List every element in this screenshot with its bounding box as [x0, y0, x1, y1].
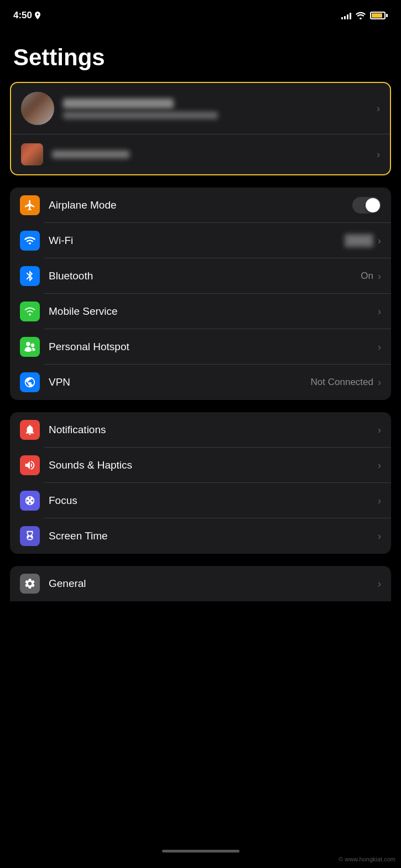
wifi-status-icon: [356, 12, 366, 19]
watermark: © www.hongkiat.com: [338, 856, 395, 862]
sounds-haptics-label: Sounds & Haptics: [49, 459, 378, 471]
personal-hotspot-label: Personal Hotspot: [49, 341, 378, 353]
bluetooth-chevron: ›: [378, 271, 381, 282]
settings-row-wifi[interactable]: Wi-Fi •••••• ›: [10, 223, 391, 258]
profile-sub-redacted: [63, 112, 218, 119]
bluetooth-icon: [20, 266, 40, 286]
airplane-mode-label: Airplane Mode: [49, 199, 348, 211]
airplane-mode-toggle[interactable]: [352, 197, 381, 214]
focus-icon: [20, 491, 40, 511]
avatar: [21, 92, 54, 125]
page-title: Settings: [0, 28, 401, 82]
status-bar: 4:50: [0, 0, 401, 28]
status-time: 4:50: [13, 10, 40, 21]
profile-card[interactable]: › ›: [10, 82, 391, 175]
wifi-icon: [20, 231, 40, 251]
general-label: General: [49, 578, 378, 590]
mobile-service-icon: [20, 302, 40, 321]
settings-row-focus[interactable]: Focus ›: [10, 483, 391, 518]
wifi-label: Wi-Fi: [49, 235, 345, 247]
time-display: 4:50: [13, 10, 32, 21]
settings-row-vpn[interactable]: VPN Not Connected ›: [10, 365, 391, 400]
settings-row-notifications[interactable]: Notifications ›: [10, 412, 391, 448]
airplane-icon: [20, 195, 40, 215]
settings-row-mobile-service[interactable]: Mobile Service ›: [10, 294, 391, 329]
settings-row-screen-time[interactable]: Screen Time ›: [10, 518, 391, 554]
personal-hotspot-chevron: ›: [378, 341, 381, 353]
battery-icon: [370, 12, 388, 19]
general-chevron: ›: [378, 578, 381, 590]
settings-row-bluetooth[interactable]: Bluetooth On ›: [10, 258, 391, 294]
vpn-value: Not Connected: [311, 377, 373, 388]
profile-main-row[interactable]: ›: [11, 83, 390, 134]
screen-time-label: Screen Time: [49, 530, 378, 542]
sounds-haptics-chevron: ›: [378, 460, 381, 471]
settings-row-sounds-haptics[interactable]: Sounds & Haptics ›: [10, 448, 391, 483]
bluetooth-value: On: [361, 271, 373, 282]
settings-row-personal-hotspot[interactable]: Personal Hotspot ›: [10, 329, 391, 365]
profile-sub-text: [52, 150, 377, 158]
home-bar: [162, 850, 239, 853]
notifications-chevron: ›: [378, 424, 381, 436]
vpn-icon: [20, 372, 40, 392]
settings-row-general[interactable]: General ›: [10, 566, 391, 601]
network-settings-group: Airplane Mode Wi-Fi •••••• › Bluetooth O…: [10, 188, 391, 400]
notifications-label: Notifications: [49, 424, 378, 436]
system-settings-group: Notifications › Sounds & Haptics › Focus…: [10, 412, 391, 554]
settings-row-airplane-mode[interactable]: Airplane Mode: [10, 188, 391, 223]
status-icons: [341, 12, 388, 19]
location-icon: [35, 12, 40, 19]
profile-text: [63, 98, 377, 119]
wifi-chevron: ›: [378, 235, 381, 247]
profile-sub-row[interactable]: ›: [11, 134, 390, 174]
vpn-label: VPN: [49, 376, 311, 388]
focus-chevron: ›: [378, 495, 381, 507]
sounds-haptics-icon: [20, 455, 40, 475]
vpn-chevron: ›: [378, 377, 381, 388]
mobile-service-chevron: ›: [378, 306, 381, 318]
chevron-icon: ›: [377, 103, 380, 115]
profile-name-redacted: [63, 98, 174, 108]
signal-icon: [341, 12, 351, 19]
profile-sub2-redacted: [52, 150, 129, 158]
chevron-icon-2: ›: [377, 149, 380, 160]
bottom-settings-group: General ›: [10, 566, 391, 601]
general-icon: [20, 574, 40, 594]
mobile-service-label: Mobile Service: [49, 305, 378, 318]
hotspot-icon: [20, 337, 40, 357]
avatar-small: [21, 143, 43, 165]
bluetooth-label: Bluetooth: [49, 270, 361, 282]
notifications-icon: [20, 420, 40, 440]
toggle-knob: [366, 198, 380, 212]
wifi-value: ••••••: [345, 234, 373, 247]
focus-label: Focus: [49, 495, 378, 507]
screen-time-chevron: ›: [378, 531, 381, 542]
screen-time-icon: [20, 526, 40, 546]
